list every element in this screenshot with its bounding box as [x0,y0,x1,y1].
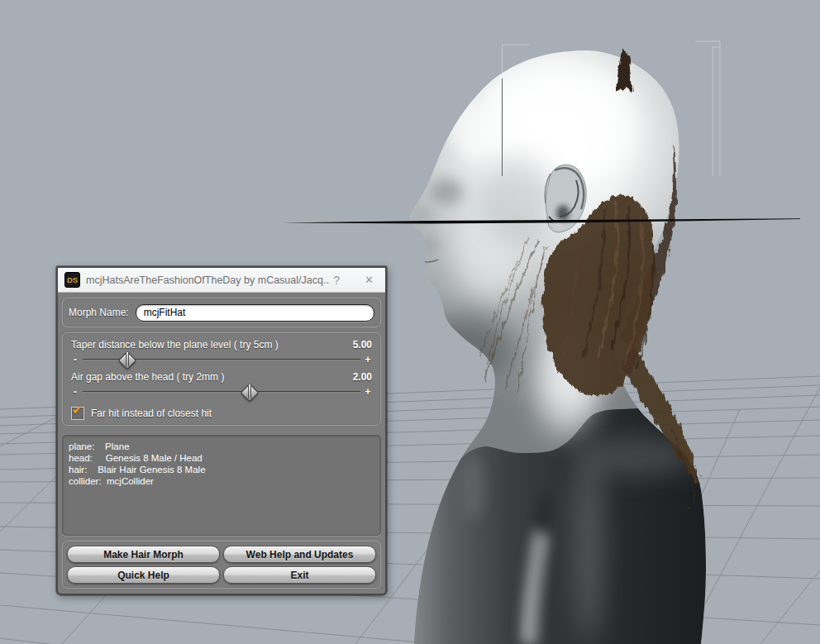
help-icon[interactable]: ? [330,273,343,288]
slider-minus-button[interactable]: - [71,354,79,365]
action-buttons-group: Make Hair Morph Web Help and Updates Qui… [62,541,381,589]
far-hit-checkbox-label: Far hit instead of closest hit [91,408,212,419]
info-line-hair: hair: Blair Hair Genesis 8 Male [69,464,374,475]
dialog-title: mcjHatsAreTheFashionOfTheDay by mCasual/… [86,274,330,286]
slider-track[interactable] [83,391,360,393]
far-hit-checkbox[interactable]: ✔ [71,407,84,420]
air-gap-slider: - + [71,383,372,401]
slider-minus-button[interactable]: - [71,386,79,398]
dialog-titlebar[interactable]: DS mcjHatsAreTheFashionOfTheDay by mCasu… [58,268,385,293]
daz-script-icon: DS [64,272,80,288]
slider-plus-button[interactable]: + [364,386,372,398]
taper-distance-value: 5.00 [353,339,372,351]
slider-plus-button[interactable]: + [364,354,372,365]
info-line-collider: collider: mcjCollider [69,475,374,487]
far-hit-checkbox-row: ✔ Far hit instead of closest hit [71,406,372,420]
taper-distance-slider: - + [71,351,372,369]
air-gap-value: 2.00 [353,371,372,383]
mcjhats-dialog: DS mcjHatsAreTheFashionOfTheDay by mCasu… [56,266,387,595]
morph-name-label: Morph Name: [69,307,129,318]
taper-distance-label: Taper distance below the plane level ( t… [71,339,279,351]
checkmark-icon: ✔ [72,403,83,417]
air-gap-label: Air gap above the head ( try 2mm ) [71,371,224,383]
close-icon[interactable]: ✕ [361,273,377,287]
web-help-button[interactable]: Web Help and Updates [223,546,376,563]
dialog-body: Morph Name: Taper distance below the pla… [58,293,385,594]
sliders-group: Taper distance below the plane level ( t… [62,332,381,426]
morph-name-input[interactable] [136,304,374,322]
daz-studio-viewport-stage: DS mcjHatsAreTheFashionOfTheDay by mCasu… [0,0,820,644]
quick-help-button[interactable]: Quick Help [67,566,220,584]
morph-name-group: Morph Name: [62,298,381,327]
scene-info-box: plane: Plane head: Genesis 8 Male / Head… [62,435,381,536]
info-line-plane: plane: Plane [69,441,374,452]
info-line-head: head: Genesis 8 Male / Head [69,452,374,464]
make-hair-morph-button[interactable]: Make Hair Morph [67,546,220,563]
exit-button[interactable]: Exit [223,566,376,584]
